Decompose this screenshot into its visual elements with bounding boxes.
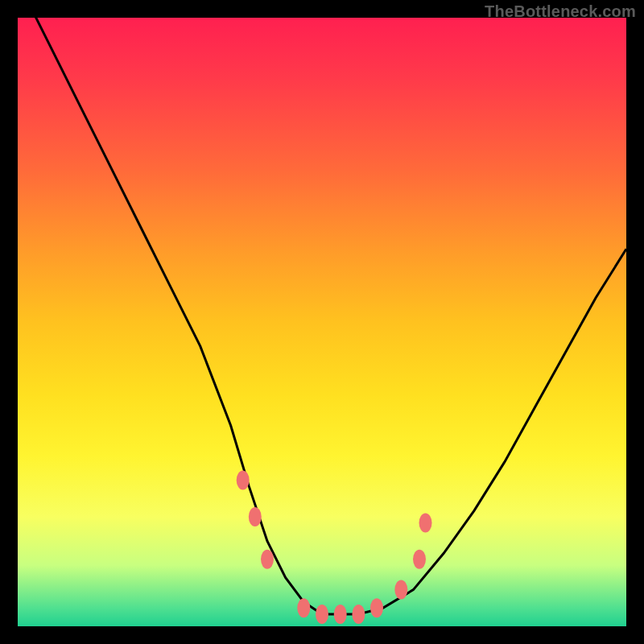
curve-marker [352,605,365,624]
curve-markers [237,471,432,624]
curve-marker [334,605,347,624]
curve-marker [419,514,432,533]
curve-marker [297,598,310,617]
curve-marker [261,550,274,569]
chart-frame: TheBottleneck.com [0,0,644,644]
plot-area [18,18,626,626]
bottleneck-curve [18,0,626,614]
curve-marker [370,598,383,617]
curve-svg [18,18,626,626]
curve-marker [237,471,250,490]
curve-marker [413,550,426,569]
curve-marker [249,507,262,526]
watermark-text: TheBottleneck.com [485,2,636,21]
curve-marker [394,580,407,600]
curve-marker [316,605,328,624]
